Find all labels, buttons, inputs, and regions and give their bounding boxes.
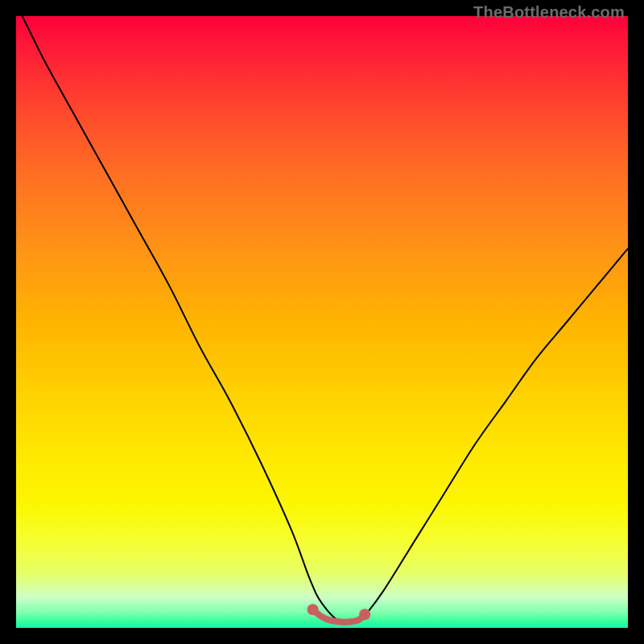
watermark-label: TheBottleneck.com <box>473 3 625 22</box>
bottleneck-curve <box>16 16 628 624</box>
trough-endpoint-left <box>308 604 319 615</box>
plot-area <box>16 16 628 628</box>
trough-endpoint-right <box>359 609 370 620</box>
curve-svg <box>16 16 628 628</box>
chart-container: TheBottleneck.com <box>0 0 644 644</box>
trough-marker <box>313 609 365 621</box>
